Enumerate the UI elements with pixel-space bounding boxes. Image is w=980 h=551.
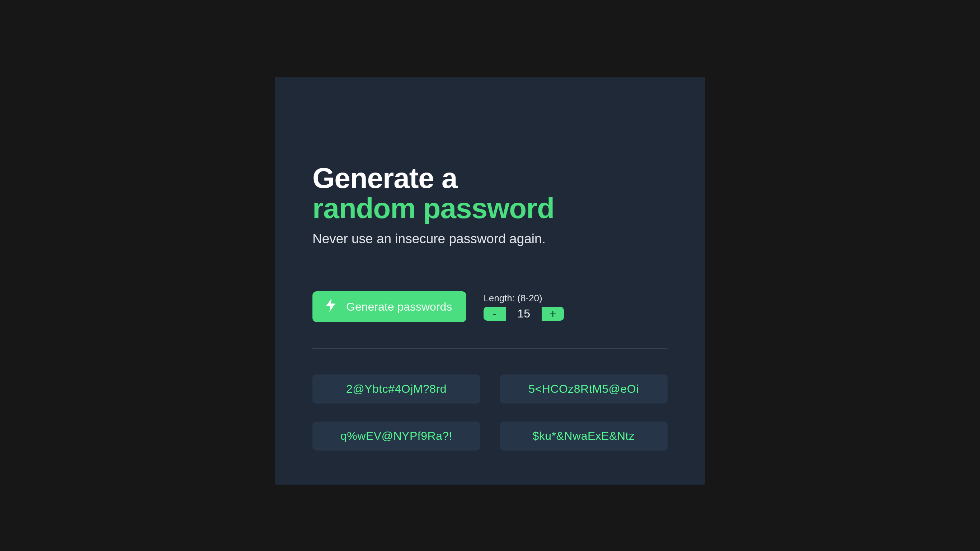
passwords-grid: 2@Ybtc#4OjM?8rd 5<HCOz8RtM5@eOi q%wEV@NY… <box>312 374 668 451</box>
password-output-1[interactable]: 2@Ybtc#4OjM?8rd <box>312 374 480 404</box>
password-output-3[interactable]: q%wEV@NYPf9Ra?! <box>312 422 480 451</box>
title-line-2: random password <box>312 192 554 224</box>
length-label: Length: (8-20) <box>484 293 564 304</box>
password-output-2[interactable]: 5<HCOz8RtM5@eOi <box>500 374 668 404</box>
increase-length-button[interactable]: + <box>542 307 564 321</box>
title-line-1: Generate a <box>312 162 457 194</box>
decrease-length-button[interactable]: - <box>484 307 506 321</box>
page-subtitle: Never use an insecure password again. <box>312 231 668 247</box>
controls-row: Generate passwords Length: (8-20) - 15 + <box>312 291 668 322</box>
length-value: 15 <box>506 307 542 321</box>
page-title: Generate a random password <box>312 163 668 223</box>
password-generator-card: Generate a random password Never use an … <box>275 77 705 485</box>
generate-passwords-button[interactable]: Generate passwords <box>312 291 466 322</box>
generate-button-label: Generate passwords <box>346 300 452 314</box>
length-stepper: - 15 + <box>484 307 564 321</box>
password-output-4[interactable]: $ku*&NwaExE&Ntz <box>500 422 668 451</box>
length-control: Length: (8-20) - 15 + <box>484 293 564 321</box>
bolt-icon <box>326 298 336 315</box>
divider <box>312 348 668 349</box>
